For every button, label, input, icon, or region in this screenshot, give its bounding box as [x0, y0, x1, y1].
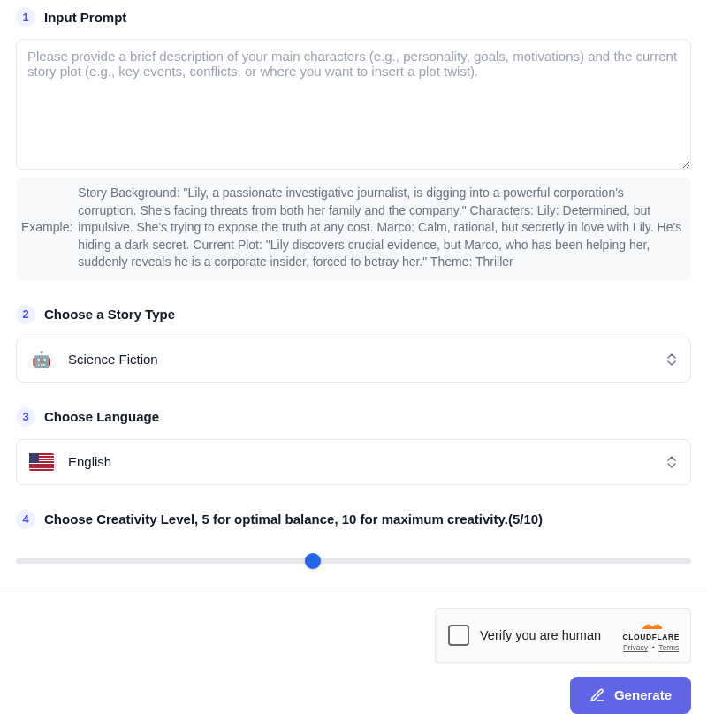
cloudflare-text: CLOUDFLARE [622, 633, 680, 641]
edit-icon [589, 687, 605, 703]
slider-track [16, 558, 691, 564]
chevron-up-down-icon [665, 351, 678, 368]
example-box: Example: Story Background: "Lily, a pass… [16, 178, 691, 280]
cloudflare-logo-icon: ☁☁ [641, 618, 662, 631]
robot-icon: 🤖 [29, 351, 54, 368]
section-header: 4 Choose Creativity Level, 5 for optimal… [16, 510, 691, 529]
story-type-value: Science Fiction [68, 352, 651, 367]
input-prompt-textarea[interactable] [16, 39, 691, 170]
privacy-link[interactable]: Privacy [623, 643, 648, 652]
section-title: Choose Creativity Level, 5 for optimal b… [44, 512, 543, 527]
chevron-up-down-icon [665, 453, 678, 471]
creativity-slider[interactable] [16, 550, 691, 572]
terms-link[interactable]: Terms [658, 643, 679, 652]
section-language: 3 Choose Language English [16, 407, 691, 485]
generate-button[interactable]: Generate [570, 677, 691, 714]
section-input-prompt: 1 Input Prompt Example: Story Background… [16, 7, 691, 280]
captcha-brand: ☁☁ CLOUDFLARE Privacy • Terms [622, 618, 680, 652]
section-creativity: 4 Choose Creativity Level, 5 for optimal… [16, 510, 691, 572]
example-label: Example: [21, 219, 72, 237]
story-type-select[interactable]: 🤖 Science Fiction [16, 337, 691, 383]
section-title: Choose a Story Type [44, 307, 175, 322]
section-story-type: 2 Choose a Story Type 🤖 Science Fiction [16, 305, 691, 383]
captcha-label: Verify you are human [480, 628, 612, 642]
step-badge-1: 1 [16, 7, 35, 27]
generate-label: Generate [614, 687, 672, 702]
section-header: 1 Input Prompt [16, 7, 691, 27]
language-value: English [68, 454, 651, 469]
captcha-links: Privacy • Terms [623, 643, 679, 652]
step-badge-3: 3 [16, 407, 35, 427]
us-flag-icon [29, 453, 54, 471]
section-title: Choose Language [44, 409, 159, 424]
section-header: 3 Choose Language [16, 407, 691, 427]
footer: Verify you are human ☁☁ CLOUDFLARE Priva… [0, 588, 707, 721]
language-select[interactable]: English [16, 439, 691, 485]
step-badge-2: 2 [16, 305, 35, 324]
captcha-checkbox[interactable] [448, 625, 469, 646]
section-title: Input Prompt [44, 10, 126, 25]
example-text: Story Background: "Lily, a passionate in… [78, 185, 682, 271]
step-badge-4: 4 [16, 510, 35, 529]
captcha-widget: Verify you are human ☁☁ CLOUDFLARE Priva… [435, 608, 691, 663]
slider-thumb[interactable] [305, 553, 321, 569]
section-header: 2 Choose a Story Type [16, 305, 691, 324]
